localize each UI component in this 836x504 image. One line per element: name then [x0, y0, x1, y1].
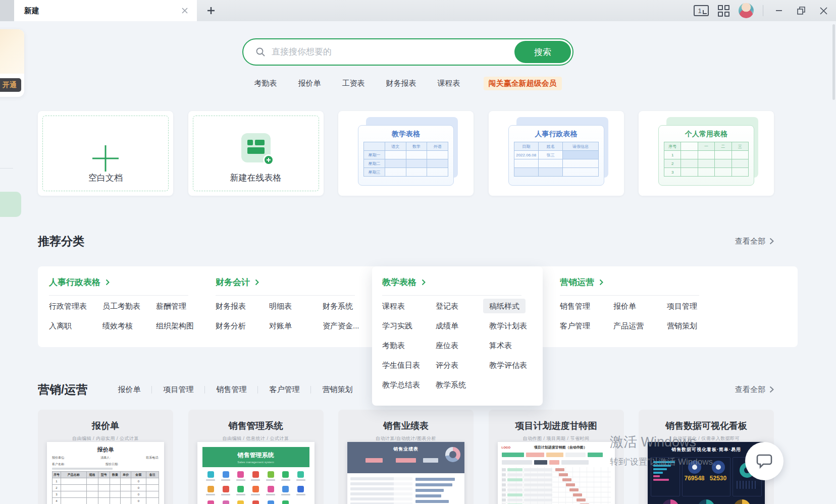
category-header-marketing[interactable]: 营销运营 [560, 276, 709, 288]
tab-title: 新建 [24, 6, 39, 16]
marketing-link[interactable]: 销售管理 [216, 385, 246, 395]
section-title: 推荐分类 [38, 234, 84, 249]
category-item[interactable]: 员工考勤表 [102, 302, 156, 311]
create-cards-row: 空白文档 新建在线表格 教学表格 语文数学外语 星期一 星期二 星期三 [38, 111, 774, 196]
tab-close-icon[interactable] [180, 6, 190, 16]
category-column-hr: 人事行政表格 行政管理表 员工考勤表 薪酬管理 入离职 绩效考核 组织架构图 [38, 266, 198, 347]
marketing-link[interactable]: 客户管理 [269, 385, 299, 395]
sales-performance-preview: 销售业绩表 [347, 442, 464, 504]
quick-link[interactable]: 考勤表 [254, 79, 277, 88]
category-item[interactable]: 教学计划表 [489, 321, 542, 331]
restore-button[interactable] [795, 4, 808, 17]
category-item-highlighted[interactable]: 稿纸样式 [489, 302, 542, 311]
rail-divider [0, 168, 13, 169]
quote-table: 序号 产品名称 规格 型号 数量 单价 金额 备注 10 20 30 40 50… [52, 471, 159, 504]
marketing-view-all[interactable]: 查看全部 [735, 385, 774, 395]
chevron-right-icon [769, 386, 774, 393]
category-item[interactable]: 财务分析 [216, 321, 269, 331]
teaching-template-card[interactable]: 教学表格 语文数学外语 星期一 星期二 星期三 [338, 111, 474, 196]
template-sales-system-card[interactable]: 销售管理系统 自由编辑 / 信息统计 / 公式计算 销售管理系统 Sales m… [188, 410, 324, 504]
category-item[interactable]: 产品运营 [613, 321, 667, 331]
preview-title: 个人常用表格 [664, 130, 749, 139]
metric-panel: 769548 52530 [682, 457, 730, 496]
category-item[interactable]: 成绩单 [436, 321, 489, 331]
workspace-grid-icon[interactable] [718, 5, 729, 17]
category-item[interactable]: 教学评估表 [489, 361, 542, 370]
search-icon [255, 47, 266, 57]
marketing-link[interactable]: 项目管理 [163, 385, 193, 395]
quick-link[interactable]: 报价单 [298, 79, 321, 88]
template-title: 销售数据可视化看板 [639, 420, 774, 432]
personal-template-card[interactable]: 个人常用表格 序号一二三 1 2 3 [639, 111, 774, 196]
category-header-teaching[interactable]: 教学表格 [382, 276, 543, 288]
chat-assistant-button[interactable] [745, 442, 783, 480]
category-item[interactable]: 登记表 [436, 302, 489, 311]
category-item[interactable]: 算术表 [489, 341, 542, 351]
category-item[interactable]: 座位表 [436, 341, 489, 351]
category-item[interactable]: 项目管理 [667, 302, 719, 311]
category-item[interactable]: 学生值日表 [382, 361, 436, 370]
category-item[interactable]: 学习实践 [382, 321, 436, 331]
template-sales-performance-card[interactable]: 销售业绩表 自动计算/自动统计/图表分析 销售业绩表 [338, 410, 474, 504]
window-count-icon[interactable]: 1 [694, 5, 709, 16]
scrollbar-thumb[interactable] [832, 24, 835, 100]
user-avatar[interactable] [739, 3, 754, 18]
template-quote-card[interactable]: 报价单 自由编辑 / 内容实用 / 公式计算 报价单 报价单位: 清单人: 联系… [38, 410, 173, 504]
search-button[interactable]: 搜索 [514, 41, 571, 63]
icon-grid [203, 471, 308, 504]
category-item[interactable]: 课程表 [382, 302, 436, 311]
category-item[interactable]: 教学系统 [436, 380, 489, 390]
quick-link[interactable]: 财务报表 [386, 79, 416, 88]
category-header-hr[interactable]: 人事行政表格 [49, 276, 198, 288]
hr-template-card[interactable]: 人事行政表格 日期姓名请假信息 2022.06.08张三 [489, 111, 624, 196]
recommend-view-all[interactable]: 查看全部 [735, 237, 774, 246]
category-item[interactable]: 报价单 [613, 302, 667, 311]
category-header-finance[interactable]: 财务会计 [216, 276, 365, 288]
link-separator [310, 386, 311, 394]
template-gantt-card[interactable]: 项目计划进度甘特图 自动作图 / 项目周期 / 节省时间 LOGO 项目计划进度… [489, 410, 624, 504]
titlebar: 新建 1 [0, 0, 836, 21]
category-item[interactable]: 行政管理表 [49, 302, 102, 311]
category-item[interactable]: 明细表 [269, 302, 323, 311]
chevron-right-icon [599, 279, 603, 286]
member-promo-link[interactable]: 闯关赢全新超级会员 [484, 77, 562, 90]
blank-document-card[interactable]: 空白文档 [38, 111, 173, 196]
banner-subtitle: Sales management system [237, 461, 274, 464]
category-item[interactable]: 评分表 [436, 361, 489, 370]
category-item[interactable]: 财务系统 [323, 302, 375, 311]
category-item[interactable]: 资产资金... [323, 321, 375, 331]
category-item[interactable]: 考勤表 [382, 341, 436, 351]
quick-link[interactable]: 课程表 [438, 79, 460, 88]
category-item[interactable]: 薪酬管理 [156, 302, 208, 311]
category-item[interactable]: 教学总结表 [382, 380, 436, 390]
category-column-marketing: 营销运营 销售管理 报价单 项目管理 客户管理 产品运营 营销策划 [549, 266, 709, 347]
category-name: 人事行政表格 [49, 276, 100, 288]
template-title: 报价单 [38, 420, 173, 432]
category-item[interactable]: 客户管理 [560, 321, 613, 331]
category-item[interactable]: 销售管理 [560, 302, 613, 311]
category-item[interactable]: 绩效考核 [102, 321, 156, 331]
new-tab-button[interactable] [204, 4, 218, 18]
category-item[interactable]: 入离职 [49, 321, 102, 331]
category-item[interactable]: 组织架构图 [156, 321, 208, 331]
marketing-link[interactable]: 营销策划 [322, 385, 352, 395]
category-item[interactable]: 营销策划 [667, 321, 719, 331]
tab-new-document[interactable]: 新建 [14, 0, 197, 21]
open-membership-tag[interactable]: 开通 [0, 78, 21, 92]
titlebar-controls: 1 [694, 0, 830, 21]
preview-front-sheet: 个人常用表格 序号一二三 1 2 3 [658, 125, 754, 186]
template-title: 销售管理系统 [188, 420, 324, 432]
pie-row [648, 496, 765, 504]
column-divider [560, 295, 699, 296]
link-separator [151, 386, 152, 394]
category-item[interactable]: 财务报表 [216, 302, 269, 311]
new-online-sheet-card[interactable]: 新建在线表格 [188, 111, 324, 196]
logo-text: LOGO [502, 446, 511, 449]
titlebar-separator [763, 5, 763, 16]
close-button[interactable] [817, 4, 830, 17]
quick-link[interactable]: 工资表 [342, 79, 365, 88]
minimize-button[interactable] [772, 4, 786, 17]
rail-category-block[interactable] [0, 192, 21, 217]
marketing-link[interactable]: 报价单 [118, 385, 140, 395]
category-item[interactable]: 对账单 [269, 321, 323, 331]
